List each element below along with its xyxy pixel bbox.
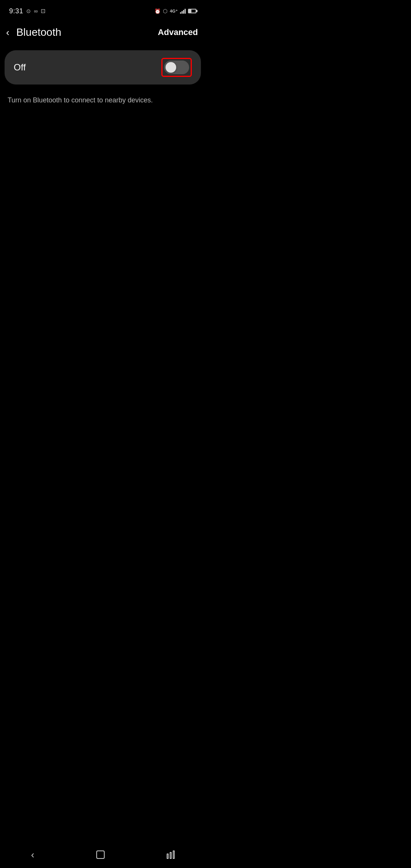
bluetooth-icon: ⬡ <box>163 8 167 14</box>
status-left: 9:31 ⊙ ∞ ⊡ <box>9 7 46 15</box>
toolbar-left: ‹ Bluetooth <box>6 26 61 39</box>
bluetooth-toggle-row: Off <box>5 50 201 85</box>
alarm-icon: ⏰ <box>155 8 161 14</box>
signal-bars <box>180 8 186 14</box>
advanced-button[interactable]: Advanced <box>158 27 198 37</box>
gallery-icon: ⊡ <box>41 8 46 14</box>
toggle-highlight-box <box>161 58 192 77</box>
bluetooth-status-label: Off <box>14 62 26 73</box>
page-title: Bluetooth <box>16 26 61 38</box>
status-bar: 9:31 ⊙ ∞ ⊡ ⏰ ⬡ 4G⁺ <box>0 0 206 20</box>
status-time: 9:31 <box>9 7 23 15</box>
toggle-track <box>164 61 189 74</box>
status-right: ⏰ ⬡ 4G⁺ <box>155 8 196 14</box>
lte-icon: 4G⁺ <box>170 9 178 14</box>
bluetooth-toggle[interactable] <box>164 61 189 74</box>
toolbar: ‹ Bluetooth Advanced <box>0 20 206 47</box>
spotify-icon: ⊙ <box>26 8 31 14</box>
battery-icon <box>188 9 196 13</box>
bluetooth-description: Turn on Bluetooth to connect to nearby d… <box>0 88 206 105</box>
toggle-thumb <box>166 62 176 73</box>
voicemail-icon: ∞ <box>34 8 38 14</box>
back-button[interactable]: ‹ <box>6 26 13 39</box>
